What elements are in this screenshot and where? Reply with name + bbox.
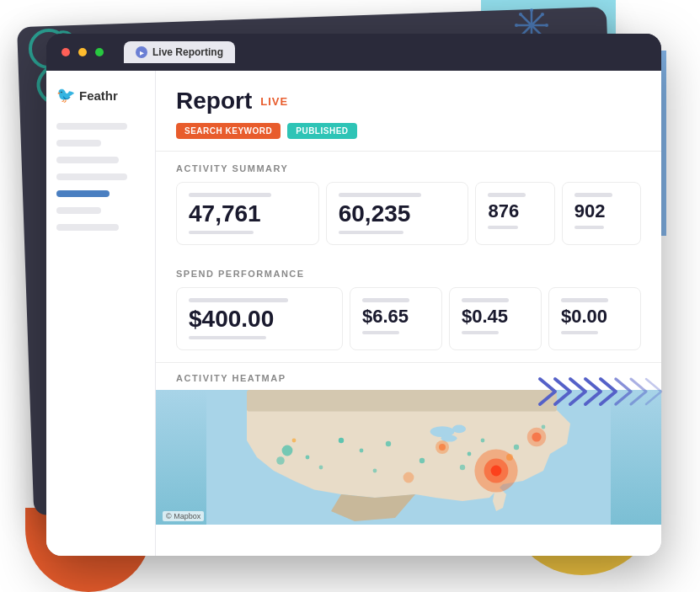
activity-summary-title: ACTIVITY SUMMARY <box>176 163 641 173</box>
spend-sub-bar-0 <box>189 336 266 339</box>
metric-sub-bar-3 <box>574 226 604 229</box>
sidebar-item-6[interactable] <box>56 207 101 214</box>
report-title-row: Report LIVE <box>176 88 641 115</box>
sidebar-item-1[interactable] <box>56 123 127 130</box>
svg-point-4 <box>530 8 533 12</box>
spend-sub-bar-3 <box>561 331 598 334</box>
svg-point-10 <box>541 13 544 16</box>
sidebar-item-2[interactable] <box>56 140 101 147</box>
spend-performance-section: SPEND PERFORMANCE $400.00 $6.65 $0. <box>156 257 661 362</box>
spend-value-3: $0.00 <box>561 307 628 326</box>
browser-titlebar: Live Reporting <box>46 34 661 71</box>
svg-point-39 <box>373 469 377 473</box>
svg-point-40 <box>292 439 297 443</box>
sidebar-item-7[interactable] <box>56 224 119 231</box>
svg-point-34 <box>514 445 519 450</box>
map-attribution: © Mapbox <box>163 511 204 521</box>
logo-icon: 🐦 <box>56 86 75 104</box>
metric-card-3: 902 <box>562 182 641 245</box>
sidebar-item-4[interactable] <box>56 173 127 180</box>
sidebar: 🐦 Feathr <box>46 71 156 556</box>
metric-sub-bar-1 <box>339 231 403 234</box>
metric-card-2: 876 <box>475 182 554 245</box>
svg-point-24 <box>439 444 446 451</box>
svg-point-25 <box>403 472 414 483</box>
spend-label-bar-1 <box>362 298 409 302</box>
spend-metrics-grid: $400.00 $6.65 $0.45 <box>176 287 641 350</box>
spend-sub-bar-2 <box>462 331 499 334</box>
badge-row: SEARCH KEYWORD PUBLISHED <box>176 123 641 139</box>
svg-point-29 <box>360 449 364 453</box>
svg-point-6 <box>515 24 518 27</box>
search-keyword-badge: SEARCH KEYWORD <box>176 123 281 139</box>
svg-point-26 <box>282 445 293 456</box>
main-content: Report LIVE SEARCH KEYWORD PUBLISHED ACT… <box>156 71 661 556</box>
browser-tab[interactable]: Live Reporting <box>124 41 235 63</box>
svg-point-38 <box>460 465 465 470</box>
live-badge: LIVE <box>260 95 288 108</box>
app-container: 🐦 Feathr Report LIVE SEARCH KEYWORD PU <box>46 71 661 556</box>
metric-label-bar <box>189 193 271 197</box>
metric-card-0: 47,761 <box>176 182 319 245</box>
window-maximize-dot <box>95 48 104 56</box>
svg-point-41 <box>506 454 513 461</box>
sidebar-item-active[interactable] <box>56 190 110 197</box>
spend-card-3: $0.00 <box>548 287 641 350</box>
spend-card-1: $6.65 <box>350 287 442 350</box>
svg-point-36 <box>319 466 323 470</box>
spend-label-bar-0 <box>189 298 288 302</box>
spend-value-1: $6.65 <box>362 307 430 326</box>
svg-point-35 <box>481 439 485 443</box>
spend-sub-bar-1 <box>362 331 399 334</box>
logo-text: Feathr <box>79 88 118 103</box>
metric-card-1: 60,235 <box>326 182 469 245</box>
chevron-arrows-svg <box>532 371 675 413</box>
metric-label-bar-3 <box>574 193 612 197</box>
logo: 🐦 Feathr <box>56 86 145 104</box>
metric-value-2: 876 <box>488 202 542 221</box>
spend-value-0: $400.00 <box>189 307 330 331</box>
metric-value-3: 902 <box>574 202 628 221</box>
metric-label-bar-1 <box>339 193 421 197</box>
svg-point-8 <box>519 13 522 16</box>
svg-point-31 <box>306 456 310 460</box>
svg-point-30 <box>386 441 391 446</box>
metric-value-1: 60,235 <box>339 202 457 226</box>
sidebar-item-3[interactable] <box>56 157 119 163</box>
spend-label-bar-2 <box>462 298 509 302</box>
tab-icon <box>136 46 147 58</box>
metric-value-0: 47,761 <box>189 202 307 226</box>
chevron-arrows <box>532 371 675 413</box>
spend-card-2: $0.45 <box>449 287 542 350</box>
svg-point-33 <box>419 458 425 463</box>
browser-window: Live Reporting 🐦 Feathr Report LIVE <box>46 34 661 556</box>
svg-point-32 <box>468 452 472 456</box>
svg-rect-17 <box>247 390 557 412</box>
svg-point-22 <box>532 432 541 441</box>
spend-card-0: $400.00 <box>176 287 343 350</box>
svg-point-37 <box>542 425 546 429</box>
spend-label-bar-3 <box>561 298 608 302</box>
svg-point-28 <box>339 438 344 443</box>
report-title: Report <box>176 88 252 115</box>
spend-value-2: $0.45 <box>462 307 529 326</box>
svg-point-27 <box>276 456 285 465</box>
activity-metrics-grid: 47,761 60,235 876 90 <box>176 182 641 245</box>
metric-sub-bar-2 <box>488 226 517 229</box>
activity-summary-section: ACTIVITY SUMMARY 47,761 60,235 876 <box>156 152 661 257</box>
report-header: Report LIVE SEARCH KEYWORD PUBLISHED <box>156 71 661 152</box>
tab-label: Live Reporting <box>152 46 223 58</box>
svg-point-20 <box>491 466 502 477</box>
spend-performance-title: SPEND PERFORMANCE <box>176 269 641 279</box>
metric-sub-bar <box>189 231 254 234</box>
published-badge: PUBLISHED <box>287 123 356 139</box>
metric-label-bar-2 <box>488 193 526 197</box>
window-close-dot <box>61 48 70 56</box>
svg-point-7 <box>545 24 548 27</box>
svg-point-15 <box>452 425 466 434</box>
window-minimize-dot <box>78 48 87 56</box>
